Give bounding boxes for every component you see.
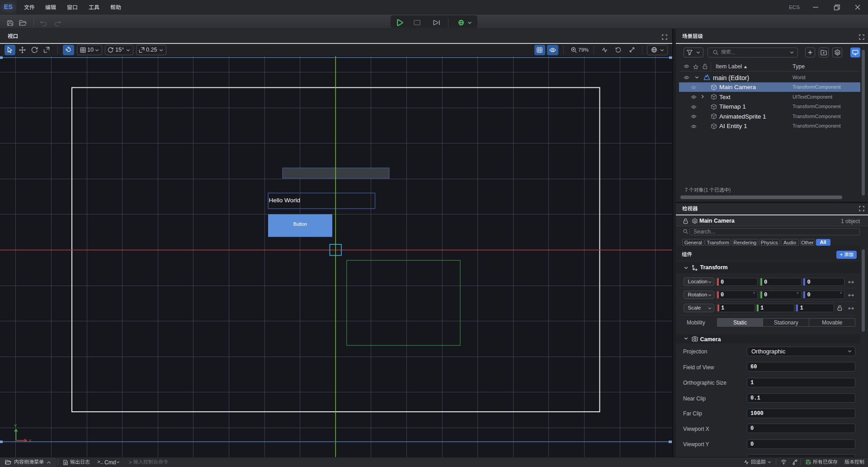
svg-text:X: X [28, 438, 32, 443]
svg-text:Y: Y [14, 423, 17, 428]
svg-text:Hello World: Hello World [269, 197, 301, 204]
svg-text:Button: Button [293, 221, 307, 227]
